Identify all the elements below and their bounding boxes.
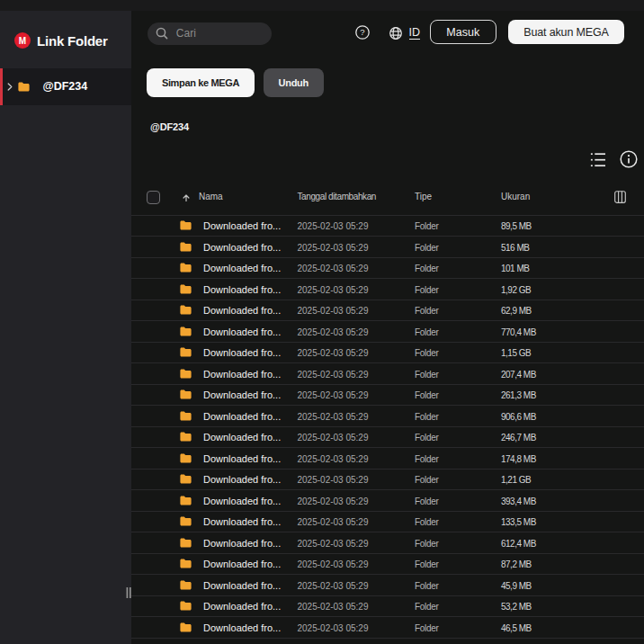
svg-text:?: ?: [360, 27, 364, 37]
